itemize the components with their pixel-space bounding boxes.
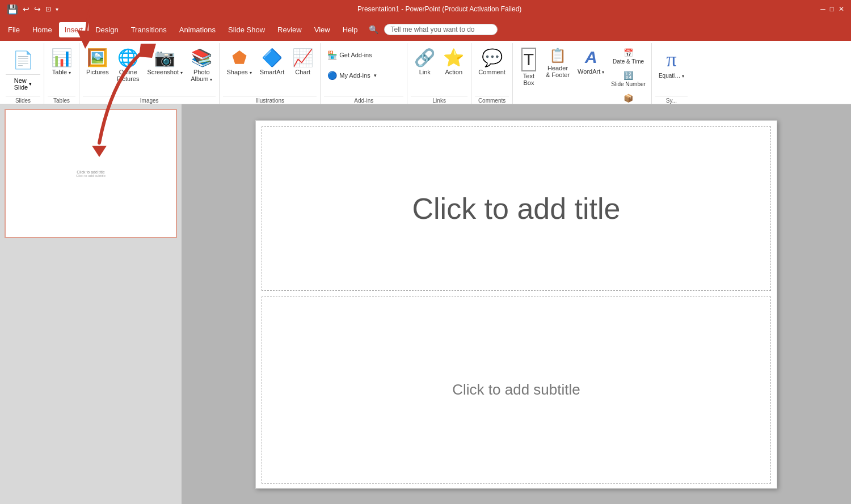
comment-icon: 💬 [482, 48, 503, 67]
menu-home[interactable]: Home [27, 22, 58, 37]
thumbnail-content: Click to add title Click to add subtitle [76, 170, 106, 177]
my-addins-dropdown[interactable]: ▾ [374, 73, 377, 78]
date-time-label: Date & Time [613, 58, 644, 65]
action-label: Action [445, 69, 462, 75]
slide-title-text: Click to add title [412, 192, 620, 226]
main-area: Click to add title Click to add subtitle… [0, 104, 851, 504]
new-slide-label: NewSlide [14, 77, 28, 91]
tables-content: 📊 Table ▾ [48, 43, 75, 96]
table-button[interactable]: 📊 Table ▾ [48, 45, 75, 92]
addins-label: Add-ins [324, 96, 403, 104]
text-small-buttons: 📅 Date & Time 🔢 Slide Number 📦 Object [609, 45, 648, 112]
images-content: 🖼️ Pictures 🌐 OnlinePictur [83, 43, 216, 96]
menu-transitions[interactable]: Transitions [125, 22, 172, 37]
my-addins-button[interactable]: 🔵 My Add-ins ▾ [324, 66, 403, 85]
new-slide-icon-area[interactable]: 📄 [6, 45, 40, 75]
date-time-button[interactable]: 📅 Date & Time [609, 45, 648, 67]
pictures-button[interactable]: 🖼️ Pictures [83, 45, 112, 92]
new-slide-button[interactable]: 📄 NewSlide ▾ [6, 45, 40, 93]
chart-button[interactable]: 📈 Chart [289, 45, 317, 92]
header-footer-button[interactable]: 📋 Header& Footer [542, 45, 573, 92]
links-label: Links [411, 96, 467, 104]
shapes-button[interactable]: ⬟ Shapes ▾ [223, 45, 255, 92]
save-icon[interactable]: 💾 [7, 4, 18, 15]
new-slide-label-area[interactable]: NewSlide ▾ [6, 75, 40, 93]
screenshot-button[interactable]: 📷 Screenshot ▾ [144, 45, 187, 92]
tables-label: Tables [48, 96, 75, 104]
menu-animations[interactable]: Animations [174, 22, 221, 37]
photo-album-label: PhotoAlbum ▾ [191, 69, 212, 82]
ribbon-section-images: 🖼️ Pictures 🌐 OnlinePictur [79, 43, 220, 104]
new-slide-dropdown-arrow[interactable]: ▾ [29, 81, 32, 87]
action-button[interactable]: ⭐ Action [440, 45, 467, 92]
menu-file[interactable]: File [2, 22, 26, 37]
get-addins-button[interactable]: 🏪 Get Add-ins [324, 45, 403, 65]
slide-subtitle-placeholder[interactable]: Click to add subtitle [262, 297, 771, 484]
addins-content: 🏪 Get Add-ins 🔵 My Add-ins ▾ [324, 43, 403, 96]
screenshot-icon: 📷 [154, 48, 175, 67]
text-box-icon: T [521, 48, 536, 71]
menu-help[interactable]: Help [337, 22, 364, 37]
title-bar-title: Presentation1 - PowerPoint (Product Acti… [58, 5, 820, 13]
ribbon: 📄 NewSlide ▾ Slides 📊 Table ▾ Tables 🖼️ … [0, 41, 851, 104]
table-label: Table ▾ [52, 69, 71, 75]
symbols-content: π Equati… ▾ [655, 43, 688, 96]
slide-subtitle-text: Click to add subtitle [452, 381, 580, 399]
maximize-button[interactable]: □ [830, 5, 834, 13]
search-icon: 🔍 [369, 25, 378, 34]
slide-number-button[interactable]: 🔢 Slide Number [609, 68, 648, 90]
ribbon-section-text: T TextBox 📋 Header& Footer A WordArt ▾ 📅… [513, 43, 652, 104]
new-slide-icon: 📄 [12, 50, 33, 70]
wordart-label: WordArt ▾ [578, 68, 604, 75]
online-pictures-button[interactable]: 🌐 OnlinePictures [113, 45, 143, 92]
get-addins-icon: 🏪 [327, 50, 337, 60]
menu-insert[interactable]: Insert [59, 22, 89, 37]
link-icon: 🔗 [414, 48, 435, 67]
wordart-button[interactable]: A WordArt ▾ [574, 45, 608, 92]
smartart-button[interactable]: 🔷 SmartArt [256, 45, 288, 92]
menu-slideshow[interactable]: Slide Show [222, 22, 271, 37]
slide-title-placeholder[interactable]: Click to add title [262, 126, 771, 291]
window-controls[interactable]: ─ □ ✕ [820, 5, 844, 13]
header-footer-icon: 📋 [549, 48, 566, 63]
close-button[interactable]: ✕ [839, 5, 844, 13]
menu-review[interactable]: Review [272, 22, 307, 37]
link-button[interactable]: 🔗 Link [411, 45, 439, 92]
title-bar-left: 💾 ↩ ↪ ⊡ ▾ [7, 4, 58, 15]
title-bar: 💾 ↩ ↪ ⊡ ▾ Presentation1 - PowerPoint (Pr… [0, 0, 851, 18]
addins-column: 🏪 Get Add-ins 🔵 My Add-ins ▾ [324, 45, 403, 85]
undo-button[interactable]: ↩ [23, 5, 30, 14]
my-addins-label: My Add-ins [339, 72, 370, 79]
equation-label: Equati… ▾ [659, 73, 684, 79]
slide-number-icon: 🔢 [623, 71, 633, 80]
customize-icon[interactable]: ⊡ [45, 5, 51, 13]
chart-icon: 📈 [292, 48, 313, 67]
ribbon-section-addins: 🏪 Get Add-ins 🔵 My Add-ins ▾ Add-ins [321, 43, 407, 104]
redo-button[interactable]: ↪ [34, 5, 41, 14]
header-footer-label: Header& Footer [546, 65, 570, 78]
screenshot-label: Screenshot ▾ [148, 69, 183, 75]
minimize-button[interactable]: ─ [820, 5, 825, 13]
slide-canvas[interactable]: Click to add title Click to add subtitle [255, 120, 777, 489]
my-addins-icon: 🔵 [327, 71, 337, 80]
shapes-icon: ⬟ [232, 48, 247, 67]
online-pictures-label: OnlinePictures [117, 69, 140, 82]
comment-label: Comment [478, 69, 505, 75]
date-time-icon: 📅 [623, 48, 633, 57]
shapes-label: Shapes ▾ [226, 69, 251, 75]
comment-button[interactable]: 💬 Comment [475, 45, 509, 92]
equation-button[interactable]: π Equati… ▾ [655, 45, 688, 92]
slides-content: 📄 NewSlide ▾ [6, 43, 40, 96]
images-label: Images [83, 96, 216, 104]
menu-view[interactable]: View [309, 22, 336, 37]
tell-me-input[interactable]: Tell me what you want to do [384, 24, 498, 35]
menu-design[interactable]: Design [90, 22, 124, 37]
ribbon-section-links: 🔗 Link ⭐ Action Links [407, 43, 471, 104]
text-box-button[interactable]: T TextBox [516, 45, 541, 92]
photo-album-button[interactable]: 📚 PhotoAlbum ▾ [187, 45, 216, 92]
pictures-label: Pictures [86, 69, 109, 75]
text-box-label: TextBox [523, 73, 534, 86]
slide-thumbnail-1[interactable]: Click to add title Click to add subtitle [5, 109, 177, 238]
menu-bar: File Home Insert Design Transitions Anim… [0, 18, 851, 41]
photo-album-icon: 📚 [191, 48, 212, 67]
